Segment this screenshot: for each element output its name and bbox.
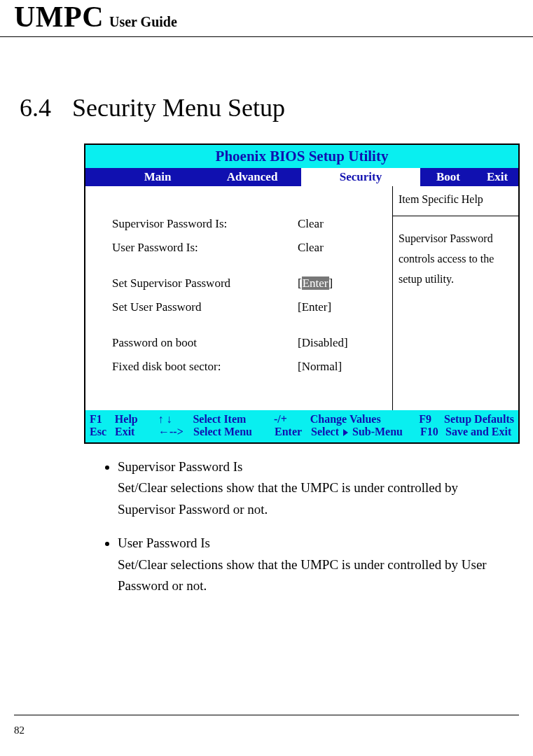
field-pw-on-boot[interactable]: Password on boot [Disabled] xyxy=(112,331,392,355)
header-umpc: UMPC xyxy=(14,0,104,34)
key-change-values: Change Values xyxy=(310,413,419,426)
key-select-item: Select Item xyxy=(193,413,274,426)
header-guide: User Guide xyxy=(109,14,177,30)
key-enter: Enter xyxy=(275,426,311,438)
field-label: Supervisor Password Is: xyxy=(112,212,298,236)
footer-rule xyxy=(14,715,519,715)
tab-exit[interactable]: Exit xyxy=(476,170,518,184)
key-select-submenu: Select Sub-Menu xyxy=(311,426,420,438)
submenu-text: Sub-Menu xyxy=(352,426,403,438)
key-plusminus: -/+ xyxy=(274,413,310,426)
field-value: [Disabled] xyxy=(298,331,348,355)
page-number: 82 xyxy=(14,724,25,736)
key-select-menu: Select Menu xyxy=(193,426,275,438)
field-set-supervisor-pw[interactable]: Set Supervisor Password [Enter] xyxy=(112,272,392,295)
arrow-left-icon: ←--> xyxy=(158,426,193,438)
arrows-up-down-icon: ↑ ↓ xyxy=(158,413,193,426)
field-value: [Normal] xyxy=(298,355,342,379)
bracket-open: [ xyxy=(298,276,302,290)
key-f1: F1 xyxy=(90,413,115,426)
key-save-exit: Save and Exit xyxy=(445,426,511,438)
field-label: User Password Is: xyxy=(112,236,298,260)
bracket-close: ] xyxy=(329,276,333,290)
field-value: [Enter] xyxy=(298,295,331,319)
field-user-pw-is: User Password Is: Clear xyxy=(112,236,392,260)
bios-tabbar: Main Advanced Security Boot Exit xyxy=(85,168,518,186)
select-text: Select xyxy=(311,426,339,438)
field-value: Clear xyxy=(298,212,324,236)
triangle-right-icon xyxy=(343,429,348,436)
field-label: Set Supervisor Password xyxy=(112,272,298,295)
explanation-list: Supervisor Password Is Set/Clear selecti… xyxy=(118,456,513,596)
selected-value: Enter xyxy=(302,276,329,290)
bios-screenshot: Phoenix BIOS Setup Utility Main Advanced… xyxy=(84,144,520,444)
section-number: 6.4 xyxy=(20,93,51,122)
key-setup-defaults: Setup Defaults xyxy=(444,413,514,426)
field-label: Fixed disk boot sector: xyxy=(112,355,298,379)
key-f9: F9 xyxy=(419,413,444,426)
section-heading: 6.4 Security Menu Setup xyxy=(20,93,513,122)
bios-fields-panel: Supervisor Password Is: Clear User Passw… xyxy=(85,186,392,410)
key-esc: Esc xyxy=(90,426,115,438)
key-help: Help xyxy=(115,413,158,426)
tab-security[interactable]: Security xyxy=(301,168,420,186)
list-item: Supervisor Password Is Set/Clear selecti… xyxy=(118,456,513,520)
help-title: Item Specific Help xyxy=(393,186,518,216)
field-fixed-disk-boot-sector[interactable]: Fixed disk boot sector: [Normal] xyxy=(112,355,392,379)
field-value: [Enter] xyxy=(298,272,333,295)
tab-main[interactable]: Main xyxy=(112,170,203,184)
explain-body: Set/Clear selections show that the UMPC … xyxy=(118,477,492,520)
section-title: Security Menu Setup xyxy=(72,93,285,122)
tab-advanced[interactable]: Advanced xyxy=(203,170,301,184)
explain-title: Supervisor Password Is xyxy=(118,456,492,477)
field-supervisor-pw-is: Supervisor Password Is: Clear xyxy=(112,212,392,236)
bios-key-legend: F1 Help ↑ ↓ Select Item -/+ Change Value… xyxy=(85,410,518,442)
help-body: Supervisor Password controls access to t… xyxy=(393,216,518,302)
tab-boot[interactable]: Boot xyxy=(420,170,476,184)
field-set-user-pw[interactable]: Set User Password [Enter] xyxy=(112,295,392,319)
key-exit: Exit xyxy=(115,426,158,438)
explain-body: Set/Clear selections show that the UMPC … xyxy=(118,554,492,597)
list-item: User Password Is Set/Clear selections sh… xyxy=(118,533,513,596)
explain-title: User Password Is xyxy=(118,533,492,554)
field-label: Password on boot xyxy=(112,331,298,355)
bios-title: Phoenix BIOS Setup Utility xyxy=(85,145,518,168)
key-f10: F10 xyxy=(420,426,445,438)
page-header: UMPC User Guide xyxy=(0,0,533,37)
bios-help-panel: Item Specific Help Supervisor Password c… xyxy=(392,186,518,410)
field-label: Set User Password xyxy=(112,295,298,319)
field-value: Clear xyxy=(298,236,324,260)
